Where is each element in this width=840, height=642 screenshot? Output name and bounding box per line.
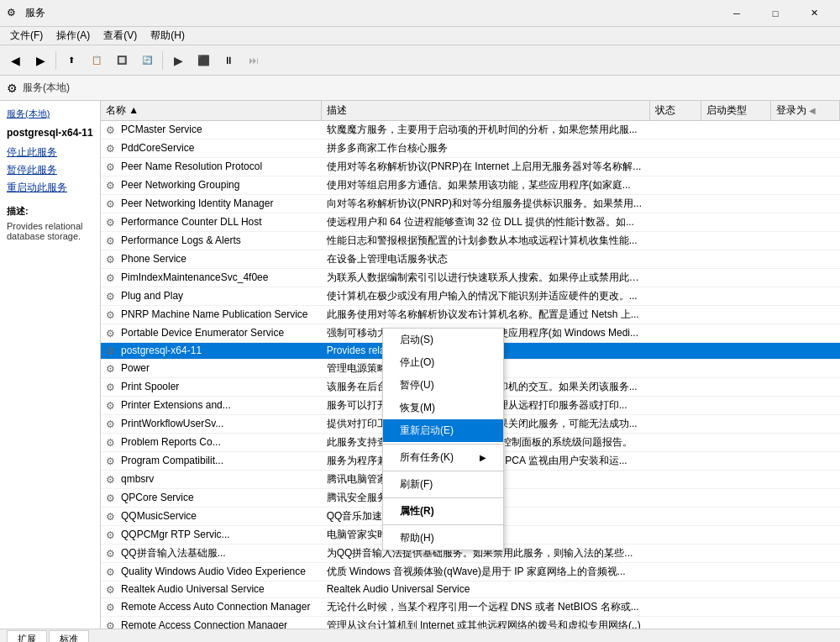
context-menu-item[interactable]: 重新启动(E) xyxy=(383,419,503,442)
cell-desc: 无论什么时候，当某个程序引用一个远程 DNS 或者 NetBIOS 名称或... xyxy=(322,597,650,616)
table-row[interactable]: ⚙Remote Access Connection Manager 管理从这台计… xyxy=(101,616,840,629)
col-header-logon[interactable]: 登录为 ◀ xyxy=(770,101,839,121)
cell-start xyxy=(701,396,770,414)
properties-button[interactable]: 🔲 xyxy=(110,49,134,72)
left-panel-title[interactable]: 服务(本地) xyxy=(7,108,93,120)
cell-status xyxy=(649,287,701,306)
resume-service-button[interactable]: ⏭ xyxy=(242,49,265,72)
cell-logon xyxy=(770,414,839,433)
start-service-button[interactable]: ▶ xyxy=(166,49,190,72)
cell-name: ⚙QQMusicService xyxy=(101,507,322,525)
context-menu-item[interactable]: 停止(O) xyxy=(383,351,503,374)
close-button[interactable]: ✕ xyxy=(795,0,833,27)
restart-service-link[interactable]: 重启动此服务 xyxy=(7,181,93,195)
cell-name: ⚙postgresql-x64-11 xyxy=(101,343,322,360)
cell-status xyxy=(649,616,701,629)
cell-start xyxy=(701,544,770,562)
col-header-status[interactable]: 状态 xyxy=(649,101,701,121)
col-header-start[interactable]: 启动类型 xyxy=(701,101,770,121)
forward-button[interactable]: ▶ xyxy=(29,49,52,72)
maximize-button[interactable]: □ xyxy=(756,0,795,27)
context-menu-item[interactable]: 恢复(M) xyxy=(383,397,503,419)
cell-name: ⚙Plug and Play xyxy=(101,287,322,306)
cell-logon xyxy=(770,525,839,544)
table-row[interactable]: ⚙Phone Service 在设备上管理电话服务状态 xyxy=(101,250,840,269)
table-row[interactable]: ⚙PimIndexMaintenanceSvc_4f0ee 为联系人数据编制索引… xyxy=(101,269,840,287)
cell-name: ⚙Problem Reports Co... xyxy=(101,433,322,451)
context-menu-separator xyxy=(383,497,503,498)
cell-name: ⚙Remote Access Connection Manager xyxy=(101,616,322,629)
cell-logon xyxy=(770,562,839,581)
up-button[interactable]: ⬆ xyxy=(60,49,83,72)
stop-service-link[interactable]: 停止此服务 xyxy=(7,145,93,160)
refresh-button[interactable]: 🔄 xyxy=(135,49,159,72)
table-row[interactable]: ⚙Remote Access Auto Connection Manager 无… xyxy=(101,597,840,616)
service-icon: ⚙ xyxy=(106,566,118,578)
cell-logon xyxy=(770,232,839,250)
table-row[interactable]: ⚙Performance Counter DLL Host 使远程用户和 64 … xyxy=(101,213,840,232)
context-menu-item[interactable]: 帮助(H) xyxy=(383,527,503,550)
service-icon: ⚙ xyxy=(106,400,118,412)
table-row[interactable]: ⚙PddCoreService 拼多多商家工作台核心服务 xyxy=(101,139,840,158)
toolbar: ◀ ▶ ⬆ 📋 🔲 🔄 ▶ ⬛ ⏸ ⏭ xyxy=(0,45,840,76)
table-row[interactable]: ⚙Quality Windows Audio Video Experience … xyxy=(101,562,840,581)
pause-service-button[interactable]: ⏸ xyxy=(217,49,240,72)
cell-status xyxy=(649,121,701,139)
tab-expand[interactable]: 扩展 xyxy=(7,630,47,642)
context-menu-item[interactable]: 属性(R) xyxy=(383,500,503,523)
menu-help[interactable]: 帮助(H) xyxy=(144,27,192,45)
service-icon: ⚙ xyxy=(106,529,118,541)
table-row[interactable]: ⚙Performance Logs & Alerts 性能日志和警报根据预配置的… xyxy=(101,232,840,250)
cell-status xyxy=(649,562,701,581)
cell-status xyxy=(649,488,701,507)
cell-status xyxy=(649,525,701,544)
cell-name: ⚙QQPCMgr RTP Servic... xyxy=(101,525,322,544)
table-row[interactable]: ⚙Peer Networking Grouping 使用对等组启用多方通信。如果… xyxy=(101,176,840,195)
cell-start xyxy=(701,287,770,306)
cell-name: ⚙Performance Counter DLL Host xyxy=(101,213,322,232)
pause-service-link[interactable]: 暂停此服务 xyxy=(7,163,93,177)
table-row[interactable]: ⚙Plug and Play 使计算机在极少或没有用户输入的情况下能识别并适应硬… xyxy=(101,287,840,306)
service-icon: ⚙ xyxy=(106,382,118,393)
context-menu-item[interactable]: 暂停(U) xyxy=(383,374,503,397)
back-button[interactable]: ◀ xyxy=(3,49,27,72)
cell-start xyxy=(701,139,770,158)
cell-start xyxy=(701,343,770,360)
submenu-arrow: ▶ xyxy=(480,453,486,462)
menu-view[interactable]: 查看(V) xyxy=(97,27,144,45)
context-menu-item[interactable]: 刷新(F) xyxy=(383,473,503,496)
table-row[interactable]: ⚙Peer Networking Identity Manager 向对等名称解… xyxy=(101,195,840,213)
address-icon: ⚙ xyxy=(7,82,18,95)
tab-standard[interactable]: 标准 xyxy=(49,630,89,642)
service-icon: ⚙ xyxy=(106,455,118,467)
table-row[interactable]: ⚙PCMaster Service 软魔魔方服务，主要用于启动项的开机时间的分析… xyxy=(101,121,840,139)
context-menu-separator xyxy=(383,444,503,445)
cell-status xyxy=(649,377,701,396)
context-menu-item[interactable]: 启动(S) xyxy=(383,329,503,351)
service-icon: ⚙ xyxy=(106,235,118,247)
show-hide-button[interactable]: 📋 xyxy=(85,49,108,72)
cell-desc: 使用对等名称解析协议(PNRP)在 Internet 上启用无服务器对等名称解.… xyxy=(322,158,650,176)
cell-start xyxy=(701,562,770,581)
title-bar: ⚙ 服务 ─ □ ✕ xyxy=(0,0,840,27)
cell-name: ⚙Realtek Audio Universal Service xyxy=(101,581,322,597)
cell-desc: 软魔魔方服务，主要用于启动项的开机时间的分析，如果您禁用此服... xyxy=(322,121,650,139)
col-header-desc[interactable]: 描述 xyxy=(322,101,650,121)
table-row[interactable]: ⚙Peer Name Resolution Protocol 使用对等名称解析协… xyxy=(101,158,840,176)
cell-name: ⚙Remote Access Auto Connection Manager xyxy=(101,597,322,616)
stop-service-button[interactable]: ⬛ xyxy=(192,49,215,72)
menu-file[interactable]: 文件(F) xyxy=(3,27,50,45)
service-icon: ⚙ xyxy=(106,511,118,523)
context-menu-item[interactable]: 所有任务(K)▶ xyxy=(383,446,503,469)
selected-service-name: postgresql-x64-11 xyxy=(7,127,93,139)
cell-desc: 优质 Windows 音视频体验(qWave)是用于 IP 家庭网络上的音频视.… xyxy=(322,562,650,581)
minimize-button[interactable]: ─ xyxy=(717,0,756,27)
table-row[interactable]: ⚙Realtek Audio Universal Service Realtek… xyxy=(101,581,840,597)
menu-action[interactable]: 操作(A) xyxy=(50,27,97,45)
table-row[interactable]: ⚙PNRP Machine Name Publication Service 此… xyxy=(101,306,840,324)
col-header-name[interactable]: 名称 ▲ xyxy=(101,101,322,121)
cell-status xyxy=(649,451,701,470)
cell-start xyxy=(701,507,770,525)
cell-logon xyxy=(770,377,839,396)
cell-status xyxy=(649,139,701,158)
